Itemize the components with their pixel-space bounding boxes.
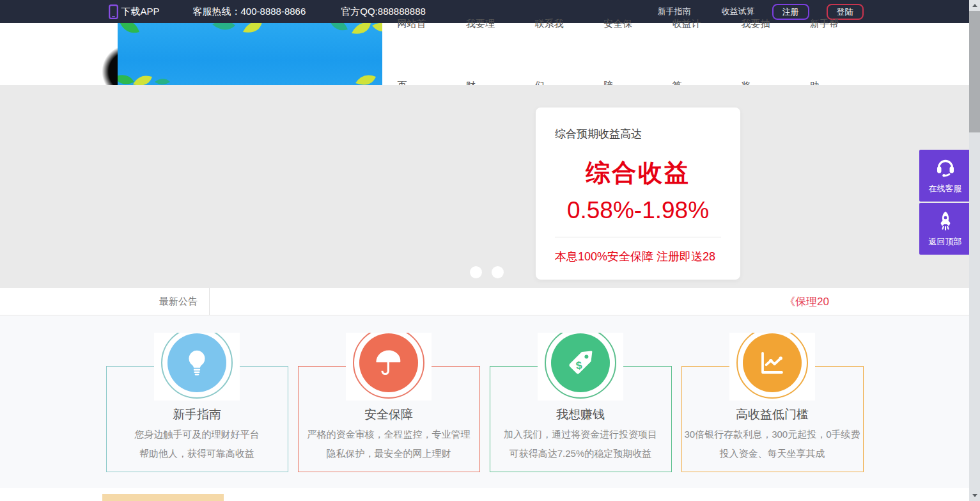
feature-line: 您身边触手可及的理财好平台	[107, 427, 288, 442]
bulb-icon	[167, 333, 226, 392]
hotline-text: 客服热线：400-8888-8866	[193, 6, 306, 18]
price-tag-icon: $	[551, 333, 610, 392]
scroll-down-arrow[interactable]	[969, 490, 980, 501]
rocket-icon	[935, 210, 956, 232]
feature-line: 30倍银行存款利息，300元起投，0手续费	[682, 427, 863, 442]
feature-title: 安全保障	[299, 406, 479, 423]
feature-title: 高收益低门槛	[682, 406, 863, 423]
logo[interactable]	[106, 23, 382, 85]
topbar-left: 下载APP 客服热线：400-8888-8866 官方QQ:888888888	[106, 4, 426, 19]
feature-icon-box	[154, 333, 240, 401]
feature-card-earn-money[interactable]: $ 我想赚钱 加入我们，通过将资金进行投资项目 可获得高达7.25%的稳定预期收…	[490, 366, 672, 472]
logo-banner-image	[118, 23, 382, 85]
download-app-link[interactable]: 下载APP	[121, 6, 160, 18]
feature-card-safety[interactable]: 安全保障 严格的资金审核，全程监控，专业管理 隐私保护，最安全的网上理财	[298, 366, 480, 472]
leaf-decorations	[118, 23, 382, 85]
feature-line: 帮助他人，获得可靠高收益	[107, 446, 288, 461]
yield-note: 本息100%安全保障 注册即送28	[555, 249, 740, 264]
headset-icon	[935, 157, 956, 179]
scroll-up-arrow[interactable]	[969, 0, 980, 11]
announcement-marquee: 《保理20	[210, 288, 969, 315]
floating-buttons: 在线客服 返回顶部	[919, 150, 971, 256]
carousel-dot[interactable]	[470, 266, 482, 278]
feature-card-newbie-guide[interactable]: 新手指南 您身边触手可及的理财好平台 帮助他人，获得可靠高收益	[106, 366, 288, 472]
feature-line: 隐私保护，最安全的网上理财	[299, 446, 479, 461]
feature-line: 加入我们，通过将资金进行投资项目	[490, 427, 671, 442]
features-section: 新手指南 您身边触手可及的理财好平台 帮助他人，获得可靠高收益 安全保障 严格的…	[0, 315, 969, 488]
feature-line: 严格的资金审核，全程监控，专业管理	[299, 427, 479, 442]
feature-title: 新手指南	[107, 406, 288, 423]
phone-icon	[109, 4, 118, 19]
carousel-dot[interactable]	[492, 266, 504, 278]
umbrella-icon	[359, 333, 418, 392]
feature-line: 投入资金、每天坐享其成	[682, 446, 863, 461]
feature-icon-box	[729, 333, 815, 401]
feature-icon-box: $	[538, 333, 623, 401]
scrollbar	[969, 0, 980, 501]
yield-card-subtitle: 综合预期收益高达	[555, 127, 721, 141]
hero-banner: 综合预期收益高达 综合收益 0.58%-1.98% 本息100%安全保障 注册即…	[0, 85, 969, 288]
back-to-top-button[interactable]: 返回顶部	[919, 203, 971, 255]
back-to-top-label: 返回顶部	[929, 236, 962, 248]
feature-icon-box	[346, 333, 432, 401]
announcement-bar: 最新公告 《保理20	[0, 288, 969, 315]
online-service-button[interactable]: 在线客服	[919, 150, 971, 202]
divider	[555, 237, 721, 237]
online-service-label: 在线客服	[929, 183, 962, 195]
yield-card-title: 综合收益	[536, 157, 740, 189]
yield-card: 综合预期收益高达 综合收益 0.58%-1.98% 本息100%安全保障 注册即…	[536, 107, 740, 280]
yield-rate: 0.58%-1.98%	[536, 197, 740, 224]
feature-card-high-yield[interactable]: 高收益低门槛 30倍银行存款利息，300元起投，0手续费 投入资金、每天坐享其成	[681, 366, 864, 472]
header: 网站首页 我要理财 联系我们 安全保障 收益计算 我要抽奖 新手帮助	[0, 23, 969, 85]
feature-title: 我想赚钱	[490, 406, 671, 423]
announcement-label: 最新公告	[0, 288, 210, 315]
line-chart-icon	[743, 333, 802, 392]
page: 下载APP 客服热线：400-8888-8866 官方QQ:888888888 …	[0, 0, 969, 501]
footer-strip	[0, 488, 969, 501]
announcement-link[interactable]: 《保理20	[784, 294, 829, 309]
scrollbar-thumb[interactable]	[969, 11, 980, 132]
carousel-dots	[470, 266, 504, 278]
feature-line: 可获得高达7.25%的稳定预期收益	[490, 446, 671, 461]
next-section-tab	[102, 494, 224, 501]
